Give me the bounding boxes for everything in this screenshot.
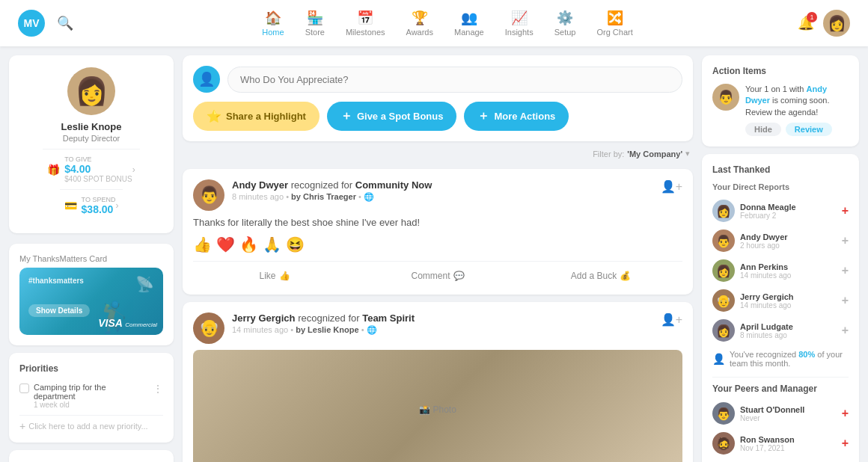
add-priority-text: Click here to add a new priority... xyxy=(28,422,147,431)
nav-item-manage[interactable]: 👥 Manage xyxy=(454,10,484,37)
action-item-buttons: Hide Review xyxy=(745,123,849,136)
feed-post-2-title: Jerry Gergich recognized for Team Spirit xyxy=(232,312,661,324)
fire-emoji[interactable]: 🔥 xyxy=(239,235,258,253)
profile-title: Deputy Director xyxy=(63,134,120,143)
milestones-icon: 📅 xyxy=(357,10,373,26)
priorities-title: Priorities xyxy=(19,363,163,374)
action-item-row: 👨 Your 1 on 1 with Andy Dwyer is coming … xyxy=(712,84,849,136)
action-buttons: ⭐ Share a Highlight ＋ Give a Spot Bonus … xyxy=(193,102,682,131)
person-jerry: 👴 Jerry Gergich 14 minutes ago + xyxy=(712,286,849,315)
last-thanked-card: Last Thanked Your Direct Reports 👩 Donna… xyxy=(702,154,859,462)
visa-logo: VISA Commercial xyxy=(98,317,157,329)
most-active-card: Most Active Sort By This month ▾ xyxy=(9,450,174,462)
jerry-avatar: 👴 xyxy=(712,289,735,312)
andy-thank-button[interactable]: + xyxy=(842,234,849,247)
left-panel: 👩 Leslie Knope Deputy Director 🎁 TO GIVE… xyxy=(9,55,174,462)
appreciate-input[interactable] xyxy=(227,67,682,93)
to-spend-row[interactable]: 💳 TO SPEND $38.00 › xyxy=(60,189,123,221)
to-spend-amount: $38.00 xyxy=(82,203,116,215)
team-recognized-row: 👤 You've recognized 80% of your team thi… xyxy=(712,345,849,372)
feed-post-2-time: 14 minutes ago • by Leslie Knope • 🌐 xyxy=(232,325,661,335)
insights-icon: 📈 xyxy=(511,10,528,26)
add-buck-button[interactable]: Add a Buck 💰 xyxy=(519,268,682,284)
spot-bonus: $400 SPOT BONUS xyxy=(64,175,132,183)
stuart-name: Stuart O'Donnell xyxy=(740,405,804,414)
spot-bonus-button[interactable]: ＋ Give a Spot Bonus xyxy=(327,102,457,131)
page-content: 👩 Leslie Knope Deputy Director 🎁 TO GIVE… xyxy=(0,46,868,462)
card-icon: 💳 xyxy=(64,200,77,212)
hide-button[interactable]: Hide xyxy=(745,123,781,136)
ann-thank-button[interactable]: + xyxy=(842,264,849,277)
comment-button[interactable]: Comment 💬 xyxy=(356,268,519,284)
appreciate-input-row: 👤 xyxy=(193,66,682,93)
chip-icon: 📡 xyxy=(135,275,154,293)
ron-thank-button[interactable]: + xyxy=(842,437,849,450)
donna-thank-button[interactable]: + xyxy=(842,204,849,218)
andy-time: 2 hours ago xyxy=(740,241,788,250)
search-icon[interactable]: 🔍 xyxy=(57,15,73,31)
nav-item-home[interactable]: 🏠 Home xyxy=(262,10,284,37)
card-label: My ThanksMatters Card xyxy=(19,254,163,263)
direct-reports-title: Your Direct Reports xyxy=(712,182,849,191)
nav-item-store[interactable]: 🏪 Store xyxy=(305,10,325,37)
thumbs-up-emoji[interactable]: 👍 xyxy=(193,235,212,253)
april-thank-button[interactable]: + xyxy=(842,324,849,337)
nav-item-awards[interactable]: 🏆 Awards xyxy=(406,10,433,37)
peers-title: Your Peers and Manager xyxy=(712,384,849,394)
andy-avatar: 👨 xyxy=(712,230,735,252)
priority-menu-icon[interactable]: ⋮ xyxy=(153,383,163,395)
stuart-time: Never xyxy=(740,414,804,422)
feed-post-1-title: Andy Dwyer recognized for Community Now xyxy=(232,179,661,191)
to-give-label: TO GIVE xyxy=(64,155,132,163)
priority-checkbox[interactable] xyxy=(19,384,29,393)
notification-bell[interactable]: 🔔 1 xyxy=(798,15,814,31)
like-button[interactable]: Like 👍 xyxy=(193,268,356,284)
to-give-row[interactable]: 🎁 TO GIVE $4.00 $400 SPOT BONUS › xyxy=(43,149,139,189)
review-button[interactable]: Review xyxy=(786,123,832,136)
action-items-card: Action Items 👨 Your 1 on 1 with Andy Dwy… xyxy=(702,55,859,147)
filter-prefix: Filter by: xyxy=(593,150,624,158)
heart-emoji[interactable]: ❤️ xyxy=(216,235,235,253)
feed-post-2-meta: Jerry Gergich recognized for Team Spirit… xyxy=(232,312,661,335)
nav-item-milestones[interactable]: 📅 Milestones xyxy=(346,10,385,37)
feed-post-1-header: 👨 Andy Dwyer recognized for Community No… xyxy=(193,179,682,211)
filter-chevron-icon[interactable]: ▾ xyxy=(685,149,690,158)
person-ann: 👩 Ann Perkins 14 minutes ago + xyxy=(712,256,849,286)
feed-post-1-avatar: 👨 xyxy=(193,179,224,211)
filter-value[interactable]: 'My Company' xyxy=(627,150,682,158)
priorities-card: Priorities Camping trip for the departme… xyxy=(9,353,174,443)
add-priority-row[interactable]: + Click here to add a new priority... xyxy=(19,415,163,432)
pray-emoji[interactable]: 🙏 xyxy=(263,235,281,253)
laugh-emoji[interactable]: 😆 xyxy=(286,235,305,253)
jerry-thank-button[interactable]: + xyxy=(842,294,849,307)
feed-post-1-actions: Like 👍 Comment 💬 Add a Buck 💰 xyxy=(193,261,682,284)
more-actions-button[interactable]: ＋ More Actions xyxy=(464,102,569,131)
right-panel: Action Items 👨 Your 1 on 1 with Andy Dwy… xyxy=(702,55,859,462)
nav-logo[interactable]: MV xyxy=(18,10,45,37)
center-panel: 👤 ⭐ Share a Highlight ＋ Give a Spot Bonu… xyxy=(183,55,693,462)
appreciate-avatar-icon: 👤 xyxy=(193,66,220,93)
add-user-icon[interactable]: 👤+ xyxy=(661,179,682,194)
thanks-card-section: My ThanksMatters Card #thanksmatters 📡 🏌… xyxy=(9,244,174,345)
ann-time: 14 minutes ago xyxy=(740,271,791,280)
show-details-button[interactable]: Show Details xyxy=(28,304,90,317)
nav-item-setup[interactable]: ⚙️ Setup xyxy=(554,10,576,37)
priority-text: Camping trip for the department xyxy=(34,383,148,401)
action-items-title: Action Items xyxy=(712,66,849,76)
person-stuart: 👨 Stuart O'Donnell Never + xyxy=(712,398,849,428)
add-user-icon-2[interactable]: 👤+ xyxy=(661,312,682,327)
nav-right: 🔔 1 👩 xyxy=(798,10,850,37)
emoji-reactions: 👍 ❤️ 🔥 🙏 😆 xyxy=(193,235,682,253)
org-chart-icon: 🔀 xyxy=(607,10,623,26)
nav-item-insights[interactable]: 📈 Insights xyxy=(505,10,534,37)
ann-name: Ann Perkins xyxy=(740,262,791,271)
user-avatar[interactable]: 👩 xyxy=(823,10,850,37)
manage-icon: 👥 xyxy=(461,10,477,26)
divider xyxy=(712,377,849,378)
nav-item-org-chart[interactable]: 🔀 Org Chart xyxy=(596,10,632,37)
highlight-button[interactable]: ⭐ Share a Highlight xyxy=(193,102,320,131)
to-spend-label: TO SPEND xyxy=(82,196,116,203)
to-give-amount: $4.00 xyxy=(64,163,132,175)
person-andy: 👨 Andy Dwyer 2 hours ago + xyxy=(712,226,849,256)
stuart-thank-button[interactable]: + xyxy=(842,407,849,420)
